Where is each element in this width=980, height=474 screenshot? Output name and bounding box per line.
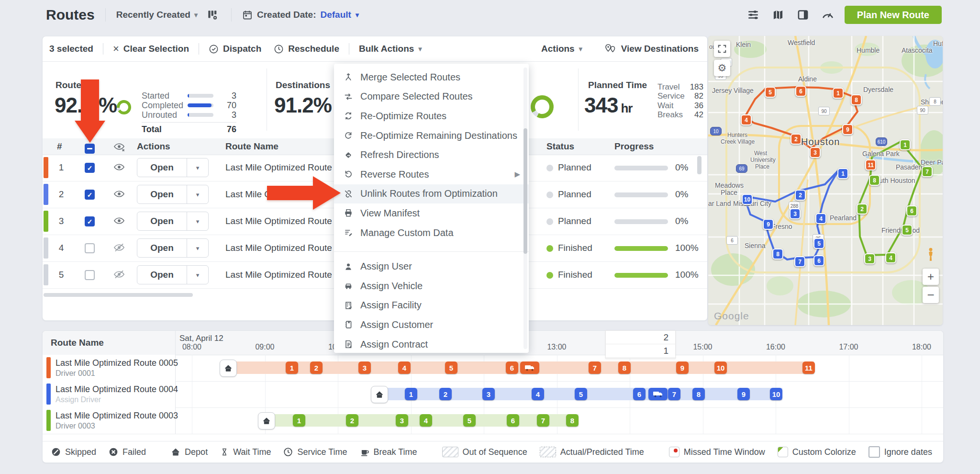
- stop-marker[interactable]: 6: [506, 361, 518, 374]
- open-route-button[interactable]: Open▾: [137, 212, 209, 231]
- map-stop-marker[interactable]: 8: [772, 248, 783, 260]
- open-route-button[interactable]: Open▾: [137, 158, 209, 177]
- open-route-button[interactable]: Open▾: [137, 185, 209, 204]
- stop-marker[interactable]: 11: [802, 361, 815, 374]
- map-stop-marker[interactable]: 8: [869, 175, 880, 186]
- depot-marker[interactable]: [258, 412, 275, 429]
- bulk-actions-dropdown[interactable]: Bulk Actions ▾: [359, 44, 422, 54]
- pegman-icon[interactable]: [923, 247, 939, 263]
- actions-dropdown[interactable]: Actions ▾: [541, 44, 582, 54]
- open-route-button[interactable]: Open▾: [137, 238, 209, 258]
- stop-marker[interactable]: 7: [668, 388, 680, 400]
- eye-icon[interactable]: [113, 215, 125, 226]
- menu-item-reoptimize-remaining[interactable]: Re-Optimize Remaining Destinations: [334, 126, 529, 146]
- dashboard-button[interactable]: [820, 7, 836, 23]
- open-route-button[interactable]: Open▾: [137, 265, 209, 284]
- menu-item-user[interactable]: Assign User: [334, 257, 529, 276]
- filters-button[interactable]: [745, 7, 761, 23]
- map-stop-marker[interactable]: 4: [885, 252, 896, 263]
- stop-marker[interactable]: 9: [737, 388, 750, 400]
- menu-item-reoptimize[interactable]: Re-Optimize Routes: [334, 106, 529, 126]
- eye-icon[interactable]: [113, 189, 125, 199]
- view-destinations-button[interactable]: View Destinations: [604, 44, 699, 54]
- stop-marker[interactable]: 1: [286, 361, 298, 374]
- columns-settings-button[interactable]: [204, 7, 221, 23]
- row-checkbox[interactable]: [85, 270, 95, 280]
- ignore-dates-toggle[interactable]: Ignore dates: [869, 446, 932, 458]
- plan-new-route-button[interactable]: Plan New Route: [845, 6, 942, 24]
- stop-marker[interactable]: 7: [537, 414, 549, 427]
- row-checkbox[interactable]: ✓: [85, 190, 95, 200]
- stop-marker[interactable]: 5: [445, 361, 457, 374]
- menu-item-facility[interactable]: Assign Facility: [334, 296, 529, 316]
- depot-marker[interactable]: [371, 386, 388, 403]
- stop-marker[interactable]: 4: [532, 388, 544, 400]
- row-checkbox[interactable]: ✓: [85, 216, 95, 226]
- depot-marker[interactable]: [220, 360, 237, 377]
- map-stop-marker[interactable]: 6: [906, 205, 917, 216]
- stop-marker[interactable]: 8: [566, 414, 579, 427]
- menu-item-contract[interactable]: Assign Contract: [334, 335, 529, 354]
- map-stop-marker[interactable]: 1: [837, 168, 848, 179]
- menu-item-compare[interactable]: Compare Selected Routes: [334, 87, 529, 107]
- map-view-button[interactable]: [770, 7, 786, 23]
- break-truck-badge[interactable]: [520, 361, 539, 374]
- map-stop-marker[interactable]: 6: [795, 86, 806, 97]
- menu-item-vehicle[interactable]: Assign Vehicle: [334, 276, 529, 296]
- zoom-in-button[interactable]: +: [923, 269, 939, 285]
- clear-selection-button[interactable]: × Clear Selection: [113, 43, 189, 55]
- timeline-route-cell[interactable]: Last Mile Optimized Route 0003Driver 000…: [43, 407, 175, 434]
- stop-marker[interactable]: 3: [482, 388, 495, 400]
- map-stop-marker[interactable]: 9: [763, 219, 774, 230]
- eye-icon[interactable]: [113, 162, 125, 172]
- horizontal-scrollbar[interactable]: [44, 293, 193, 297]
- menu-item-custom-data[interactable]: Manage Custom Data: [334, 223, 529, 243]
- menu-item-customer[interactable]: Assign Customer: [334, 315, 529, 335]
- menu-scrollbar-thumb[interactable]: [523, 128, 527, 254]
- menu-item-print[interactable]: View Manifest: [334, 203, 529, 223]
- stop-marker[interactable]: 2: [346, 414, 358, 427]
- map-stop-marker[interactable]: 2: [795, 190, 806, 201]
- vertical-scrollbar[interactable]: [697, 156, 702, 174]
- row-checkbox[interactable]: [85, 243, 95, 253]
- reschedule-button[interactable]: Reschedule: [274, 44, 339, 54]
- map-stop-marker[interactable]: 1: [833, 88, 844, 99]
- map-panel[interactable]: Google ouettaKleinWestfieldHumbleAtascoc…: [708, 36, 943, 325]
- stop-marker[interactable]: 10: [770, 388, 782, 400]
- map-stop-marker[interactable]: 11: [865, 159, 876, 170]
- stop-marker[interactable]: 9: [676, 361, 689, 374]
- row-checkbox[interactable]: ✓: [85, 163, 95, 173]
- map-stop-marker[interactable]: 5: [902, 225, 913, 236]
- map-stop-marker[interactable]: 3: [864, 253, 875, 264]
- dispatch-button[interactable]: Dispatch: [209, 44, 261, 54]
- map-stop-marker[interactable]: 8: [851, 94, 862, 105]
- stop-marker[interactable]: 4: [398, 361, 411, 374]
- stop-marker[interactable]: 1: [405, 388, 417, 400]
- stop-marker[interactable]: 4: [420, 414, 432, 427]
- break-truck-badge[interactable]: [648, 388, 668, 400]
- stop-marker[interactable]: 6: [633, 388, 646, 400]
- map-stop-marker[interactable]: 4: [741, 114, 752, 125]
- stop-marker[interactable]: 10: [714, 361, 727, 374]
- map-stop-marker[interactable]: 3: [810, 147, 821, 158]
- hide-all-eye-icon[interactable]: [113, 142, 125, 152]
- timeline-route-cell[interactable]: Last Mile Optimized Route 0004Assign Dri…: [43, 381, 175, 407]
- map-stop-marker[interactable]: 7: [794, 256, 805, 267]
- timeline-route-cell[interactable]: Last Mile Optimized Route 0005Driver 000…: [43, 355, 175, 381]
- menu-item-unlink[interactable]: Unlink Routes from Optimization: [334, 184, 529, 204]
- map-stop-marker[interactable]: 5: [765, 87, 776, 98]
- stop-marker[interactable]: 1: [293, 414, 305, 427]
- stop-marker[interactable]: 7: [589, 361, 601, 374]
- sort-dropdown[interactable]: Recently Created ▾: [116, 10, 198, 20]
- stop-marker[interactable]: 3: [358, 361, 371, 374]
- map-stop-marker[interactable]: 9: [842, 124, 853, 135]
- map-stop-marker[interactable]: 2: [857, 203, 868, 214]
- stop-marker[interactable]: 5: [575, 388, 587, 400]
- stop-marker[interactable]: 2: [310, 361, 323, 374]
- map-stop-marker[interactable]: 5: [813, 238, 824, 249]
- stop-marker[interactable]: 2: [439, 388, 452, 400]
- menu-item-merge[interactable]: Merge Selected Routes: [334, 68, 529, 87]
- stop-marker[interactable]: 8: [692, 388, 705, 400]
- map-stop-marker[interactable]: 10: [742, 194, 753, 205]
- map-stop-marker[interactable]: 3: [790, 208, 801, 219]
